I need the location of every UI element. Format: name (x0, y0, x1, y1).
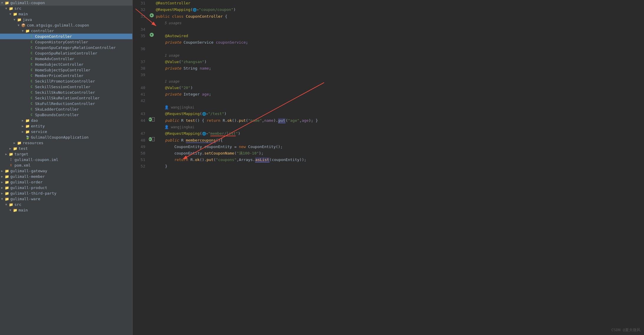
tree-arrow[interactable]: ▶ (21, 119, 25, 122)
sidebar-item-SeckillSessionController[interactable]: C SeckillSessionController (0, 84, 132, 90)
item-label: CouponSpuRelationController (35, 51, 97, 55)
sidebar-item-gulimall-ware[interactable]: ▼ 📁 gulimall-ware (0, 196, 132, 202)
tree-arrow[interactable]: ▶ (8, 147, 12, 150)
tree-arrow[interactable]: ▼ (16, 24, 21, 27)
module-icon: 📁 (4, 1, 9, 5)
tree-arrow[interactable]: ▼ (21, 29, 25, 32)
line-gutter[interactable]: ▶- (149, 117, 155, 121)
tree-arrow[interactable]: ▼ (8, 208, 12, 212)
line-gutter[interactable]: ▶- (149, 137, 155, 141)
code-editor: 31@RestController32@RequestMapping(🌐▾"co… (133, 0, 644, 335)
fold-icon[interactable]: - (152, 117, 155, 121)
folder-icon: 📁 (25, 130, 30, 134)
sidebar-item-HomeSubjectController[interactable]: C HomeSubjectController (0, 62, 132, 67)
tree-arrow[interactable]: ▶ (0, 186, 4, 189)
sidebar-item-SkuLadderController[interactable]: C SkuLadderController (0, 106, 132, 112)
sidebar-item-ware-src[interactable]: ▼ 📁 src (0, 202, 132, 207)
tree-arrow[interactable]: ▼ (0, 1, 4, 4)
item-label: SeckillPromotionController (35, 79, 95, 83)
tree-arrow[interactable]: ▶ (12, 141, 16, 144)
watermark: CSDN @夏夫微风 (611, 327, 640, 333)
sidebar-item-CouponSpuCategoryRelationController[interactable]: C CouponSpuCategoryRelationController (0, 45, 132, 50)
tree-arrow[interactable]: ▶ (21, 130, 25, 133)
code-line: 48▶- public R membercoupons(){ (133, 137, 644, 144)
sidebar-item-gulimall-member[interactable]: ▶ 📁 gulimall-member (0, 174, 132, 179)
sidebar-item-pom.xml[interactable]: X pom.xml (0, 162, 132, 168)
sidebar-item-gulimall-product[interactable]: ▶ 📁 gulimall-product (0, 185, 132, 191)
file-tree[interactable]: ▼ 📁 gulimall-coupon ▼ 📁 src ▼ 📁 main ▼ 📁… (0, 0, 133, 335)
item-label: pom.xml (14, 163, 31, 168)
tree-arrow[interactable]: ▶ (4, 152, 8, 156)
tree-arrow[interactable]: ▼ (4, 203, 8, 206)
item-label: com.atguigu.gulimall.coupon (27, 23, 89, 27)
sidebar-item-service[interactable]: ▶ 📁 service (0, 129, 132, 134)
sidebar-item-main[interactable]: ▼ 📁 main (0, 11, 132, 17)
item-label: SeckillSessionController (35, 85, 90, 89)
sidebar-item-gulimall-coupon[interactable]: ▼ 📁 gulimall-coupon (0, 0, 132, 6)
code-line: 37 @Value("zhangsan") (133, 59, 644, 65)
line-gutter[interactable]: ▶ (149, 33, 155, 37)
sidebar-item-target[interactable]: ▶ 📁 target (0, 151, 132, 157)
sidebar-item-CouponSpuRelationController[interactable]: C CouponSpuRelationController (0, 50, 132, 56)
tree-arrow[interactable]: ▶ (0, 175, 4, 178)
sidebar-item-HomeAdvController[interactable]: C HomeAdvController (0, 56, 132, 62)
class-icon: C (29, 74, 34, 78)
tree-arrow[interactable]: ▼ (12, 18, 16, 21)
line-number: 52 (133, 163, 149, 170)
line-content: private CouponService couponService; (155, 39, 644, 46)
line-content: @RequestMapping(🌐▾"/test") (155, 111, 644, 117)
breakpoint-icon[interactable]: ▶ (149, 137, 152, 141)
line-content: 👤 wangjingkai (155, 104, 644, 111)
sidebar-item-test[interactable]: ▶ 📁 test (0, 146, 132, 151)
line-content: @Value("20") (155, 85, 644, 91)
code-line: 42 (133, 98, 644, 104)
tree-arrow[interactable]: ▼ (0, 197, 4, 201)
line-content: public class CouponController { (155, 13, 644, 20)
item-label: test (19, 146, 28, 151)
tree-arrow[interactable]: ▶ (0, 180, 4, 184)
breakpoint-icon[interactable]: ▶ (150, 33, 154, 37)
sidebar-item-entity[interactable]: ▶ 📁 entity (0, 123, 132, 129)
sidebar-item-SeckillPromotionController[interactable]: C SeckillPromotionController (0, 78, 132, 84)
tree-arrow[interactable]: ▼ (8, 12, 12, 16)
item-label: SeckillSkuRelationController (35, 96, 100, 100)
tree-arrow[interactable]: ▶ (0, 169, 4, 173)
sidebar-item-gulimall-gateway[interactable]: ▶ 📁 gulimall-gateway (0, 168, 132, 174)
sidebar-item-SpuBoundsController[interactable]: C SpuBoundsController (0, 112, 132, 118)
sidebar-item-controller[interactable]: ▼ 📁 controller (0, 28, 132, 34)
line-content: 1 usage (155, 78, 644, 85)
sidebar-item-java[interactable]: ▼ 📁 java (0, 17, 132, 22)
sidebar-item-gulimall-order[interactable]: ▶ 📁 gulimall-order (0, 179, 132, 185)
sidebar-item-CouponController[interactable]: C CouponController (0, 34, 132, 39)
sidebar-item-GulimallCouponApplication[interactable]: 🍃 GulimallCouponApplication (0, 134, 132, 140)
line-content: 5 usages (155, 20, 644, 26)
sidebar-item-gulimall-coupon.iml[interactable]: I gulimall-coupon.iml (0, 157, 132, 162)
package-icon: 📦 (21, 23, 26, 27)
class-icon: C (29, 102, 34, 106)
breakpoint-icon[interactable]: ▶ (150, 13, 154, 17)
line-content: 1 usage (155, 52, 644, 59)
line-number: 31 (133, 0, 149, 6)
line-gutter[interactable]: ▶ (149, 13, 155, 17)
sidebar-item-dao[interactable]: ▶ 📁 dao (0, 118, 132, 123)
sidebar-item-com.atguigu.gulimall.coupon[interactable]: ▼ 📦 com.atguigu.gulimall.coupon (0, 22, 132, 28)
sidebar-item-SeckillSkuNoticeController[interactable]: C SeckillSkuNoticeController (0, 90, 132, 95)
item-label: gulimall-product (10, 185, 47, 190)
item-label: gulimall-third-party (10, 191, 57, 196)
sidebar-item-gulimall-third-party[interactable]: ▶ 📁 gulimall-third-party (0, 191, 132, 196)
sidebar-item-SkuFullReductionController[interactable]: C SkuFullReductionController (0, 101, 132, 106)
sidebar-item-HomeSubjectSpuController[interactable]: C HomeSubjectSpuController (0, 67, 132, 73)
sidebar-item-MemberPriceController[interactable]: C MemberPriceController (0, 73, 132, 78)
item-label: CouponSpuCategoryRelationController (35, 45, 116, 50)
tree-arrow[interactable]: ▼ (4, 7, 8, 10)
line-number: 48 (133, 137, 149, 144)
tree-arrow[interactable]: ▶ (0, 192, 4, 195)
sidebar-item-src[interactable]: ▼ 📁 src (0, 6, 132, 11)
sidebar-item-SeckillSkuRelationController[interactable]: C SeckillSkuRelationController (0, 95, 132, 101)
sidebar-item-resources[interactable]: ▶ 📁 resources (0, 140, 132, 146)
breakpoint-icon[interactable]: ▶ (149, 117, 152, 121)
fold-icon[interactable]: - (152, 137, 155, 141)
sidebar-item-CouponHistoryController[interactable]: C CouponHistoryController (0, 39, 132, 45)
sidebar-item-ware-main[interactable]: ▼ 📁 main (0, 207, 132, 213)
tree-arrow[interactable]: ▶ (21, 124, 25, 128)
